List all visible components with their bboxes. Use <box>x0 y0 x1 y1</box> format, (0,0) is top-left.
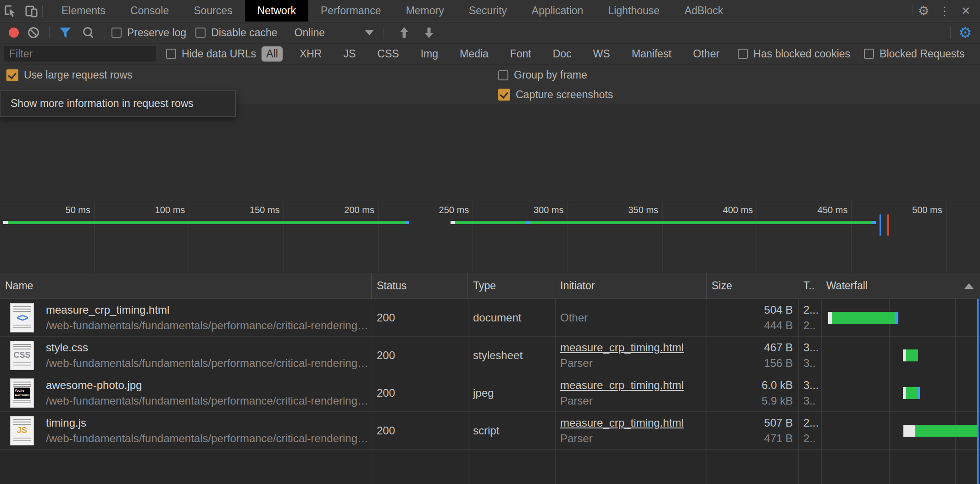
type-filter-js[interactable]: JS <box>339 46 360 62</box>
filter-input[interactable] <box>4 46 156 62</box>
initiator-link[interactable]: measure_crp_timing.html <box>560 416 707 429</box>
tab-security[interactable]: Security <box>457 0 519 22</box>
tab-adblock[interactable]: AdBlock <box>672 0 735 22</box>
capture-screenshots-checkbox[interactable]: Capture screenshots <box>498 89 613 101</box>
network-settings-gear-icon[interactable]: ⚙ <box>951 23 980 43</box>
use-large-request-rows-checkbox[interactable]: Use large request rows <box>6 69 133 81</box>
inspect-element-icon[interactable] <box>0 0 21 22</box>
throttling-selected-value: Online <box>295 27 325 39</box>
request-name-block: timing.js/web-fundamentals/fundamentals/… <box>46 416 368 445</box>
tab-lighthouse[interactable]: Lighthouse <box>596 0 672 22</box>
type-filter-xhr[interactable]: XHR <box>295 46 327 62</box>
tab-elements[interactable]: Elements <box>49 0 118 22</box>
has-blocked-cookies-label: Has blocked cookies <box>753 48 850 60</box>
toolbar-separator-1 <box>49 27 50 39</box>
column-header-status[interactable]: Status <box>372 273 468 298</box>
tab-performance[interactable]: Performance <box>308 0 394 22</box>
disable-cache-checkbox-box[interactable] <box>195 28 206 38</box>
table-row-timing-js[interactable]: JStiming.js/web-fundamentals/fundamental… <box>0 412 980 450</box>
tab-console[interactable]: Console <box>118 0 181 22</box>
network-options-row-1: Use large request rows Group by frame <box>0 65 980 85</box>
type-filter-img[interactable]: Img <box>416 46 443 62</box>
table-row-style-css[interactable]: CSSstyle.css/web-fundamentals/fundamenta… <box>0 337 980 374</box>
group-by-frame-checkbox[interactable]: Group by frame <box>498 69 587 81</box>
cell-name: CSSstyle.css/web-fundamentals/fundamenta… <box>0 337 372 374</box>
cell-time: 2...2.. <box>798 412 821 449</box>
use-large-request-rows-checkbox-box[interactable] <box>6 69 18 81</box>
column-header-waterfall[interactable]: Waterfall <box>821 273 980 298</box>
clear-network-log-icon[interactable] <box>23 23 44 43</box>
capture-screenshots-checkbox-box[interactable] <box>498 89 510 101</box>
cell-waterfall <box>821 374 980 411</box>
cell-size: 6.0 kB5.9 kB <box>707 374 798 411</box>
record-network-log-button[interactable] <box>9 28 19 38</box>
type-filter-css[interactable]: CSS <box>373 46 403 62</box>
type-filter-all[interactable]: All <box>262 46 283 62</box>
type-filter-doc[interactable]: Doc <box>548 46 576 62</box>
network-overview-timeline[interactable]: 50 ms100 ms150 ms200 ms250 ms300 ms350 m… <box>0 201 980 273</box>
size-total: 504 B <box>764 304 793 316</box>
overview-baseline <box>0 235 980 235</box>
column-header-size[interactable]: Size <box>707 273 798 298</box>
initiator-sub: Parser <box>560 357 707 370</box>
initiator-sub: Parser <box>560 394 707 407</box>
overview-gridline <box>662 201 663 273</box>
tab-sources[interactable]: Sources <box>181 0 245 22</box>
size-total: 467 B <box>764 341 793 354</box>
type-filter-manifest[interactable]: Manifest <box>627 46 676 62</box>
type-filter-ws[interactable]: WS <box>589 46 615 62</box>
cell-initiator: measure_crp_timing.htmlParser <box>555 337 707 374</box>
settings-gear-icon[interactable]: ⚙ <box>913 0 934 22</box>
initiator-link[interactable]: measure_crp_timing.html <box>560 379 707 392</box>
table-row-awesome-photo-jpg[interactable]: You'reAwesome!awesome-photo.jpg/web-fund… <box>0 374 980 412</box>
table-row-measure-crp-timing-html[interactable]: <>measure_crp_timing.html/web-fundamenta… <box>0 299 980 337</box>
filter-funnel-icon[interactable] <box>55 23 75 43</box>
has-blocked-cookies-checkbox[interactable]: Has blocked cookies <box>738 48 850 60</box>
tab-application[interactable]: Application <box>519 0 596 22</box>
column-header-name[interactable]: Name <box>0 273 372 298</box>
blocked-requests-checkbox-box[interactable] <box>864 49 874 59</box>
cell-waterfall <box>821 412 980 449</box>
overview-tick-label: 500 ms <box>912 205 942 215</box>
preserve-log-checkbox[interactable]: Preserve log <box>111 27 186 39</box>
overview-bar-segment <box>406 221 409 224</box>
initiator-text: Other <box>560 311 707 324</box>
type-filter-other[interactable]: Other <box>689 46 724 62</box>
group-by-frame-checkbox-box[interactable] <box>498 70 508 80</box>
size-total: 507 B <box>764 416 793 429</box>
devtools-network-panel: ElementsConsoleSourcesNetworkPerformance… <box>0 0 980 484</box>
close-devtools-icon[interactable]: ✕ <box>955 0 976 22</box>
column-header-t[interactable]: T.. <box>798 273 821 298</box>
preserve-log-checkbox-box[interactable] <box>111 28 122 38</box>
search-icon[interactable] <box>78 23 98 43</box>
disable-cache-checkbox[interactable]: Disable cache <box>195 27 277 39</box>
has-blocked-cookies-checkbox-box[interactable] <box>738 49 748 59</box>
column-header-type[interactable]: Type <box>468 273 555 298</box>
column-header-label: Type <box>473 280 496 292</box>
device-toolbar-icon[interactable] <box>21 0 42 22</box>
export-har-icon[interactable] <box>419 23 439 43</box>
type-filter-media[interactable]: Media <box>455 46 493 62</box>
request-name: measure_crp_timing.html <box>46 304 368 316</box>
request-name-block: measure_crp_timing.html/web-fundamentals… <box>46 304 368 332</box>
column-header-initiator[interactable]: Initiator <box>555 273 707 298</box>
overview-bar-segment <box>451 221 455 224</box>
devtools-tabbar: ElementsConsoleSourcesNetworkPerformance… <box>0 0 980 22</box>
sort-ascending-icon <box>964 283 974 289</box>
load-marker <box>887 214 889 236</box>
hide-data-urls-checkbox-box[interactable] <box>166 49 176 59</box>
more-options-kebab-icon[interactable]: ⋮ <box>934 0 955 22</box>
hide-data-urls-checkbox[interactable]: Hide data URLs <box>166 48 256 60</box>
tab-network[interactable]: Network <box>245 0 308 22</box>
preserve-log-label: Preserve log <box>127 27 186 39</box>
network-toolbar: Preserve log Disable cache Online ⚙ <box>0 23 980 43</box>
overview-gridline <box>946 201 947 273</box>
initiator-link[interactable]: measure_crp_timing.html <box>560 341 707 354</box>
type-filter-font[interactable]: Font <box>506 46 536 62</box>
blocked-requests-checkbox[interactable]: Blocked Requests <box>864 48 964 60</box>
hide-data-urls-label: Hide data URLs <box>182 48 256 60</box>
throttling-dropdown[interactable]: Online <box>295 27 373 39</box>
request-name-block: awesome-photo.jpg/web-fundamentals/funda… <box>46 379 368 407</box>
import-har-icon[interactable] <box>394 23 414 43</box>
tab-memory[interactable]: Memory <box>394 0 457 22</box>
